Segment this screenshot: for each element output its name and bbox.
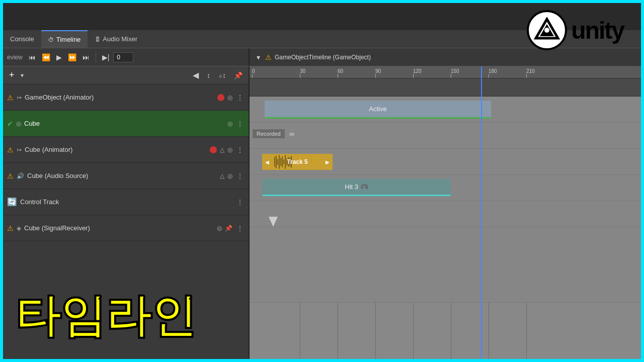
track-row-control-track: 🔄 Control Track ⋮ [3, 189, 249, 215]
warning-icon-4: ⚠ [7, 172, 14, 180]
target-icon-2: ◎ [227, 120, 232, 127]
clip-track5[interactable]: ◀ [262, 153, 333, 170]
infinity-icon: ∞ [289, 130, 294, 138]
waveform-bar [280, 158, 281, 166]
audio-mixer-label: Audio Mixer [103, 35, 137, 43]
fit-content-button[interactable]: ⬦↕ [216, 70, 228, 80]
pin-icon-6: 📌 [225, 225, 232, 232]
more-button-4[interactable]: ⋮ [235, 172, 245, 180]
clip-active[interactable]: Active [265, 101, 491, 119]
audio-track-icon: 🔊 [17, 172, 24, 179]
ruler-tick-0 [252, 74, 253, 78]
record-button-3[interactable] [210, 146, 217, 153]
skip-back-button[interactable]: ⏮ [27, 52, 38, 62]
tab-timeline[interactable]: ⏱ Timeline [41, 30, 88, 48]
toolbar-left: eview ⏮ ⏪ ▶ ⏩ ⏭ ▶| [3, 48, 250, 66]
waveform-bar [283, 159, 284, 164]
more-button-3[interactable]: ⋮ [235, 146, 245, 154]
prev-frame-button[interactable]: ⏪ [40, 52, 52, 62]
unity-text-label: unity [571, 17, 624, 44]
cube-track-icon: ◎ [16, 120, 21, 127]
warning-icon-6: ⚠ [7, 224, 14, 232]
svg-point-2 [544, 28, 549, 33]
track-name-control-track: Control Track [20, 198, 232, 206]
ruler-tick-120 [413, 74, 414, 78]
target-icon-1: ◎ [227, 94, 232, 101]
track-name-cube: Cube [24, 120, 224, 127]
audio-mixer-icon: 🎛 [95, 36, 100, 42]
waveform-bar [274, 157, 275, 166]
play-button[interactable]: ▶ [54, 52, 64, 62]
ruler-tick-210 [526, 74, 527, 78]
unity-logo-circle [527, 10, 567, 50]
active-label: Active [369, 105, 386, 113]
add-track-arrow[interactable]: ▾ [21, 72, 24, 79]
timeline-icon: ⏱ [48, 37, 54, 43]
tl-row-1: Active [250, 97, 641, 123]
track-name-cube-animator: Cube (Animator) [25, 146, 207, 153]
lock-button[interactable]: 📌 [232, 70, 245, 80]
fit-tracks-button[interactable]: ↕ [205, 70, 212, 80]
timeline-warning-icon: ⚠ [265, 53, 272, 61]
console-label: Console [10, 35, 34, 43]
record-mode-button[interactable]: ▶| [100, 52, 112, 62]
more-button-6[interactable]: ⋮ [235, 224, 245, 232]
next-frame-button[interactable]: ⏩ [66, 52, 78, 62]
playhead[interactable] [481, 66, 482, 359]
clip-recorded-area: Recorded ∞ [252, 129, 294, 139]
track-row-cube-signal: ⚠ ◈ Cube (SignalReceiver) ◎ 📌 ⋮ [3, 215, 249, 241]
target-icon-4b: ◎ [227, 172, 232, 179]
ruler-150: 150 [451, 68, 459, 74]
more-button-1[interactable]: ⋮ [235, 94, 245, 102]
hit3-label: Hit 3 🎮 [345, 183, 368, 191]
target-icon-6: ◎ [217, 225, 222, 232]
add-track-button[interactable]: + [7, 70, 17, 80]
tab-console[interactable]: Console [3, 30, 41, 48]
cube-animator-icon: ↣ [17, 146, 22, 153]
skip-forward-button[interactable]: ⏭ [80, 52, 92, 62]
ruler-0: 0 [252, 68, 255, 74]
animator-track-icon: ↣ [17, 94, 22, 101]
target-icon-4: △ [220, 172, 224, 179]
waveform-bar [282, 156, 283, 167]
unity-logo: unity [527, 10, 624, 50]
ruler-tick-150 [451, 74, 451, 78]
tl-row-2: Recorded ∞ [250, 123, 641, 149]
clip-hit3[interactable]: Hit 3 🎮 [262, 179, 451, 196]
ruler: 0 30 60 90 120 150 180 210 [250, 66, 641, 78]
track-name-cube-signal: Cube (SignalReceiver) [24, 224, 214, 232]
ruler-120: 120 [413, 68, 422, 74]
waveform-bar [276, 155, 277, 168]
collapse-button[interactable]: ◀ [191, 69, 201, 81]
unity-logo-svg [534, 17, 560, 43]
track-name-cube-audio: Cube (Audio Source) [27, 172, 217, 179]
track-row-gameobject-animator: ⚠ ↣ GameObject (Animator) ◎ ⋮ [3, 84, 249, 111]
tl-row-empty [250, 227, 641, 303]
track-controls-header: + ▾ ◀ ↕ ⬦↕ 📌 [3, 66, 249, 84]
toolbar: eview ⏮ ⏪ ▶ ⏩ ⏭ ▶| ▾ ⚠ GameObjectTimelin… [3, 48, 641, 66]
ruler-tick-90 [375, 74, 376, 78]
tl-row-4: Hit 3 🎮 [250, 175, 641, 201]
ruler-60: 60 [338, 68, 343, 74]
tab-audio-mixer[interactable]: 🎛 Audio Mixer [88, 30, 144, 48]
time-input[interactable] [113, 52, 133, 62]
track5-arrow-left: ◀ [265, 159, 269, 165]
ruler-210: 210 [526, 68, 535, 74]
korean-text: 타임라인 [15, 286, 196, 347]
timeline-dropdown[interactable]: ▾ [255, 52, 262, 62]
recorded-badge[interactable]: Recorded [252, 129, 285, 139]
waveform-bar [277, 159, 278, 165]
waveform-bar [279, 155, 280, 169]
tl-row-3: ◀ [250, 149, 641, 175]
ruler-180: 180 [489, 68, 497, 74]
tl-tracks: Active Recorded ∞ ◀ [250, 78, 641, 359]
tl-header-bar [250, 78, 641, 97]
tl-row-5 [250, 201, 641, 227]
more-button-2[interactable]: ⋮ [235, 120, 245, 128]
track-row-cube-animator: ⚠ ↣ Cube (Animator) △ ◎ ⋮ [3, 137, 249, 163]
ruler-tick-180 [489, 74, 489, 78]
more-button-5[interactable]: ⋮ [235, 198, 245, 206]
signal-track-icon: ◈ [17, 225, 21, 232]
track5-arrow-right: ▶ [326, 159, 330, 165]
record-button-1[interactable] [217, 94, 224, 101]
